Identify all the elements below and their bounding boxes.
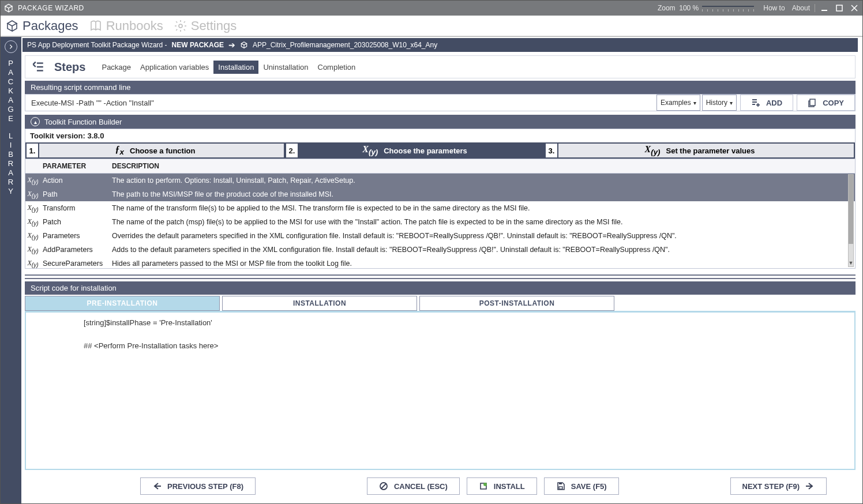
step-completion[interactable]: Completion xyxy=(313,61,361,74)
steps-icon xyxy=(30,59,45,74)
param-description: Hides all parameters passed to the MSI o… xyxy=(110,259,855,268)
svg-point-3 xyxy=(179,24,182,28)
close-button[interactable] xyxy=(850,3,859,13)
scrollbar[interactable]: ▼ xyxy=(848,174,854,267)
step-uninstallation[interactable]: Uninstallation xyxy=(258,61,313,74)
splitter[interactable] xyxy=(25,274,856,279)
cmdline-value[interactable]: Execute-MSI -Path "" -Action "Install" xyxy=(25,95,655,111)
param-description: Adds to the default parameters specified… xyxy=(110,246,855,254)
param-name: Parameters xyxy=(40,232,110,240)
step-package[interactable]: Package xyxy=(97,61,136,74)
param-description: The action to perform. Options: Install,… xyxy=(110,176,855,185)
step-application-variables[interactable]: Application variables xyxy=(136,61,213,74)
content-area: PS App Deployment Toolkit Package Wizard… xyxy=(21,37,862,503)
param-row-transform[interactable]: X(y)TransformThe name of the transform f… xyxy=(25,201,855,215)
table-header: PARAMETER DESCRIPTION xyxy=(25,159,855,174)
param-type-icon: X(y) xyxy=(25,231,40,240)
breadcrumb: PS App Deployment Toolkit Package Wizard… xyxy=(22,38,858,52)
history-dropdown[interactable]: History▾ xyxy=(702,95,737,111)
param-description: The name of the transform file(s) to be … xyxy=(110,204,855,212)
script-section: Script code for installation PRE-INSTALL… xyxy=(25,281,856,470)
script-editor[interactable]: [string]$installPhase = 'Pre-Installatio… xyxy=(25,311,856,470)
steps-title: Steps xyxy=(54,61,85,74)
list-add-icon xyxy=(751,98,760,107)
svg-rect-12 xyxy=(559,487,562,489)
howto-link[interactable]: How to xyxy=(763,4,785,12)
param-description: Overrides the default parameters specifi… xyxy=(110,232,855,240)
collapse-icon[interactable]: ▴ xyxy=(31,117,40,126)
param-type-icon: X(y) xyxy=(25,190,40,199)
param-type-icon: X(y) xyxy=(25,217,40,227)
cmdline-header: Resulting script command line xyxy=(25,81,856,94)
param-name: Patch xyxy=(40,218,110,226)
param-type-icon: X(y) xyxy=(25,176,40,185)
param-description: The path to the MSI/MSP file or the prod… xyxy=(110,190,855,198)
examples-dropdown[interactable]: Examples▾ xyxy=(656,95,700,111)
nav-runbooks[interactable]: Runbooks xyxy=(89,18,163,33)
step-installation[interactable]: Installation xyxy=(213,61,258,74)
steps-row: Steps PackageApplication variablesInstal… xyxy=(25,55,856,78)
svg-rect-13 xyxy=(559,483,562,484)
nav-settings[interactable]: Settings xyxy=(174,18,237,33)
previous-step-button[interactable]: PREVIOUS STEP (F8) xyxy=(140,477,256,495)
copy-button[interactable]: COPY xyxy=(797,95,855,111)
param-name: Transform xyxy=(40,204,110,212)
install-button[interactable]: INSTALL xyxy=(467,477,537,495)
main-nav: Packages Runbooks Settings xyxy=(1,16,862,36)
app-title: PACKAGE WIZARD xyxy=(18,4,84,12)
svg-rect-1 xyxy=(836,5,842,11)
builder-step-1[interactable]: 1. ƒx Choose a function xyxy=(25,142,285,159)
param-row-patch[interactable]: X(y)PatchThe name of the patch (msp) fil… xyxy=(25,215,855,229)
maximize-button[interactable] xyxy=(835,3,844,13)
svg-line-9 xyxy=(381,484,386,488)
app-icon xyxy=(4,3,13,13)
arrow-left-icon xyxy=(152,482,162,491)
fx-icon: ƒx xyxy=(115,144,124,156)
copy-icon xyxy=(808,98,817,107)
packages-icon xyxy=(5,19,19,33)
builder-step-2[interactable]: 2. X(y) Choose the parameters xyxy=(285,142,545,159)
builder-header[interactable]: ▴ Toolkit Function Builder xyxy=(25,115,856,129)
save-button[interactable]: SAVE (F5) xyxy=(544,477,619,495)
arrow-right-icon xyxy=(805,482,815,491)
expand-rail-button[interactable] xyxy=(5,40,17,53)
xy-icon: X(y) xyxy=(645,144,661,156)
cancel-button[interactable]: CANCEL (ESC) xyxy=(367,477,460,495)
cmdline-row: Execute-MSI -Path "" -Action "Install" E… xyxy=(25,94,856,111)
param-type-icon: X(y) xyxy=(25,259,40,268)
builder-body: Toolkit version: 3.8.0 1. ƒx Choose a fu… xyxy=(25,129,856,269)
toolkit-version: Toolkit version: 3.8.0 xyxy=(25,129,855,142)
param-row-action[interactable]: X(y)ActionThe action to perform. Options… xyxy=(25,174,855,187)
param-type-icon: X(y) xyxy=(25,204,40,213)
script-tab-pre-installation[interactable]: PRE-INSTALLATION xyxy=(25,296,220,311)
param-name: Action xyxy=(40,176,110,185)
next-step-button[interactable]: NEXT STEP (F9) xyxy=(730,477,827,495)
param-row-addparameters[interactable]: X(y)AddParametersAdds to the default par… xyxy=(25,243,855,257)
param-row-path[interactable]: X(y)PathThe path to the MSI/MSP file or … xyxy=(25,187,855,201)
param-name: SecureParameters xyxy=(40,259,110,268)
footer: PREVIOUS STEP (F8) CANCEL (ESC) INSTALL … xyxy=(25,473,856,499)
script-tab-post-installation[interactable]: POST-INSTALLATION xyxy=(419,296,614,311)
nav-packages[interactable]: Packages xyxy=(5,18,78,33)
breadcrumb-newpackage: NEW PACKAGE xyxy=(172,41,224,49)
param-name: Path xyxy=(40,190,110,198)
rail-label-library: LIBRARY xyxy=(8,131,14,196)
zoom-label: Zoom 100 % xyxy=(658,4,699,12)
zoom-slider[interactable] xyxy=(702,5,754,12)
param-row-secureparameters[interactable]: X(y)SecureParametersHides all parameters… xyxy=(25,257,855,268)
param-type-icon: X(y) xyxy=(25,245,40,254)
builder-step-3[interactable]: 3. X(y) Set the parameter values xyxy=(545,142,855,159)
about-link[interactable]: About xyxy=(792,4,810,12)
param-name: AddParameters xyxy=(40,246,110,254)
script-tab-installation[interactable]: INSTALLATION xyxy=(222,296,417,311)
titlebar: PACKAGE WIZARD Zoom 100 % How to About xyxy=(1,1,862,16)
add-button[interactable]: ADD xyxy=(740,95,793,111)
builder-step-tabs: 1. ƒx Choose a function 2. X(y) Choose t… xyxy=(25,142,855,159)
script-tabs: PRE-INSTALLATIONINSTALLATIONPOST-INSTALL… xyxy=(25,296,856,311)
left-rail: PACKAGE LIBRARY xyxy=(1,37,21,503)
minimize-button[interactable] xyxy=(820,3,829,13)
svg-rect-7 xyxy=(810,99,815,106)
xy-icon: X(y) xyxy=(362,144,378,156)
param-description: The name of the patch (msp) file(s) to b… xyxy=(110,218,855,226)
param-row-parameters[interactable]: X(y)ParametersOverrides the default para… xyxy=(25,229,855,243)
